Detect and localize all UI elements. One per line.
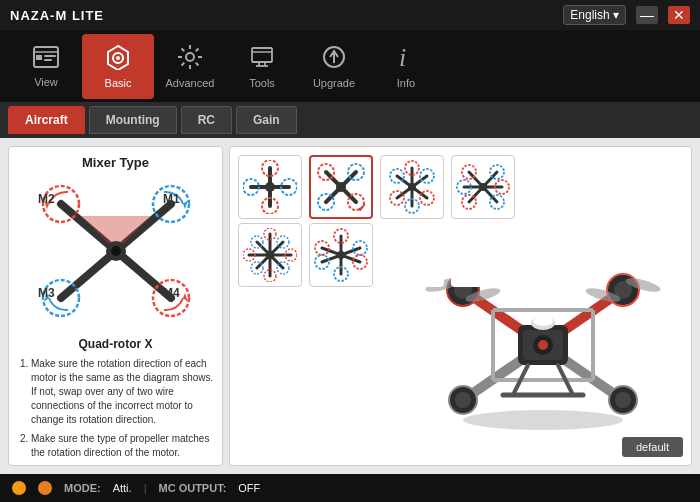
- svg-point-142: [455, 392, 471, 408]
- mode-value: Atti.: [113, 482, 132, 494]
- left-panel: Mixer Type M1: [8, 146, 223, 466]
- right-panel: default: [229, 146, 692, 466]
- mixer-title: Mixer Type: [17, 155, 214, 170]
- mixer-cell-empty-1: [380, 223, 444, 287]
- instruction-2: Make sure the type of propeller matches …: [31, 432, 214, 460]
- svg-rect-3: [44, 55, 56, 57]
- svg-rect-4: [44, 59, 52, 61]
- nav-info[interactable]: i Info: [370, 34, 442, 99]
- tools-icon: [249, 44, 275, 74]
- svg-line-15: [196, 48, 199, 51]
- upgrade-icon: [321, 44, 347, 74]
- nav-info-label: Info: [397, 77, 415, 89]
- svg-line-27: [61, 251, 116, 298]
- svg-point-31: [111, 246, 121, 256]
- svg-text:i: i: [399, 44, 406, 70]
- close-button[interactable]: ✕: [668, 6, 690, 24]
- svg-point-96: [266, 251, 274, 259]
- nav-basic[interactable]: Basic: [82, 34, 154, 99]
- nav-view[interactable]: View: [10, 34, 82, 99]
- svg-point-8: [186, 53, 194, 61]
- nav-basic-label: Basic: [105, 77, 132, 89]
- nav-upgrade-label: Upgrade: [313, 77, 355, 89]
- advanced-icon: [177, 44, 203, 74]
- tab-mounting[interactable]: Mounting: [89, 106, 177, 134]
- svg-marker-42: [183, 293, 188, 302]
- basic-icon: [104, 44, 132, 74]
- svg-point-57: [336, 182, 346, 192]
- tab-gain[interactable]: Gain: [236, 106, 297, 134]
- tab-aircraft[interactable]: Aircraft: [8, 106, 85, 134]
- nav-tools[interactable]: Tools: [226, 34, 298, 99]
- status-sep: |: [144, 482, 147, 494]
- quad-label: Quad-rotor X: [17, 337, 214, 351]
- title-bar-controls: English ▾ — ✕: [563, 5, 690, 25]
- status-indicator-1: [12, 481, 26, 495]
- mc-output-value: OFF: [238, 482, 260, 494]
- title-bar: NAZA-M LITE English ▾ — ✕: [0, 0, 700, 30]
- status-bar: MODE: Atti. | MC OUTPUT: OFF: [0, 474, 700, 502]
- svg-line-16: [182, 62, 185, 65]
- svg-text:M4: M4: [163, 286, 180, 300]
- nav-toolbar: View Basic: [0, 30, 700, 102]
- nav-advanced-label: Advanced: [166, 77, 215, 89]
- svg-line-13: [182, 48, 185, 51]
- svg-point-118: [463, 410, 623, 430]
- nav-view-label: View: [34, 76, 58, 88]
- mixer-cell-hex-flat[interactable]: [309, 223, 373, 287]
- svg-marker-33: [183, 200, 188, 209]
- tab-rc[interactable]: RC: [181, 106, 232, 134]
- mixer-cell-hex[interactable]: [380, 155, 444, 219]
- svg-rect-17: [252, 48, 272, 62]
- svg-point-132: [533, 316, 553, 326]
- view-icon: [32, 45, 60, 73]
- language-selector[interactable]: English ▾: [563, 5, 626, 25]
- svg-point-68: [408, 183, 416, 191]
- svg-point-144: [615, 392, 631, 408]
- svg-rect-2: [36, 55, 42, 60]
- svg-text:M2: M2: [38, 192, 55, 206]
- mixer-cell-hex-v2[interactable]: [451, 155, 515, 219]
- nav-advanced[interactable]: Advanced: [154, 34, 226, 99]
- nav-tools-label: Tools: [249, 77, 275, 89]
- status-indicator-2: [38, 481, 52, 495]
- instruction-1: Make sure the rotation direction of each…: [31, 357, 214, 427]
- mc-output-label: MC OUTPUT:: [158, 482, 226, 494]
- svg-point-81: [479, 183, 487, 191]
- default-button[interactable]: default: [622, 437, 683, 457]
- quad-diagram: M1 M2 M3 M4: [26, 176, 206, 331]
- app-title: NAZA-M LITE: [10, 8, 104, 23]
- svg-point-130: [538, 340, 548, 350]
- sub-tabs: Aircraft Mounting RC Gain: [0, 102, 700, 138]
- mixer-cell-quad-x[interactable]: [309, 155, 373, 219]
- mixer-grid: [238, 155, 518, 287]
- svg-point-48: [265, 182, 275, 192]
- svg-line-14: [196, 62, 199, 65]
- svg-text:M1: M1: [163, 192, 180, 206]
- mode-label: MODE:: [64, 482, 101, 494]
- svg-point-111: [337, 251, 345, 259]
- minimize-button[interactable]: —: [636, 6, 658, 24]
- instructions: Make sure the rotation direction of each…: [17, 357, 214, 465]
- nav-upgrade[interactable]: Upgrade: [298, 34, 370, 99]
- main-content: Mixer Type M1: [0, 138, 700, 474]
- info-icon: i: [396, 44, 416, 74]
- svg-point-7: [116, 56, 120, 60]
- mixer-cell-octo-cross[interactable]: [238, 223, 302, 287]
- mixer-cell-quad-plus[interactable]: [238, 155, 302, 219]
- mixer-cell-empty-2: [451, 223, 515, 287]
- svg-text:M3: M3: [38, 286, 55, 300]
